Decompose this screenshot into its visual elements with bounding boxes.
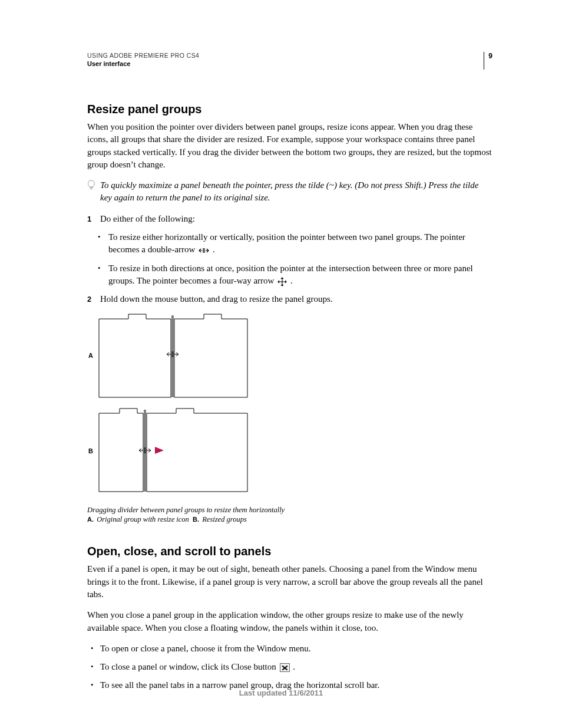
four-way-arrow-icon <box>277 277 287 286</box>
step-item: 1 Do either of the following: <box>87 213 492 225</box>
footer-last-updated: Last updated 11/6/2011 <box>0 689 562 697</box>
tip-text: To quickly maximize a panel beneath the … <box>100 179 492 205</box>
step-number: 1 <box>87 214 91 225</box>
step-number: 2 <box>87 294 91 305</box>
list-item: To open or close a panel, choose it from… <box>87 643 492 655</box>
step-item: 2 Hold down the mouse button, and drag t… <box>87 293 492 305</box>
close-icon <box>280 663 290 672</box>
list-item: To close a panel or window, click its Cl… <box>87 661 492 673</box>
paragraph: When you close a panel group in the appl… <box>87 609 492 634</box>
page-number: 9 <box>488 52 492 60</box>
lightbulb-icon <box>87 180 95 192</box>
heading-resize-panel-groups: Resize panel groups <box>87 103 492 116</box>
figure-resize-panels: A B D <box>87 312 492 525</box>
horizontal-resize-arrow-icon <box>199 248 209 253</box>
header-divider <box>484 52 484 70</box>
list-item: To resize either horizontally or vertica… <box>87 231 492 256</box>
figure-caption: Dragging divider between panel groups to… <box>87 505 492 525</box>
paragraph: Even if a panel is open, it may be out o… <box>87 563 492 601</box>
figure-label-a: A <box>88 352 93 359</box>
step-text: Hold down the mouse button, and drag to … <box>100 294 333 304</box>
step-text: Do either of the following: <box>100 214 195 223</box>
figure-label-b: B <box>88 447 93 454</box>
paragraph: When you position the pointer over divid… <box>87 121 492 171</box>
running-header-title: USING ADOBE PREMIERE PRO CS4 <box>87 52 492 59</box>
list-item: To resize in both directions at once, po… <box>87 262 492 288</box>
tip-block: To quickly maximize a panel beneath the … <box>87 179 492 205</box>
running-header-section: User interface <box>87 60 492 67</box>
heading-open-close-scroll: Open, close, and scroll to panels <box>87 545 492 558</box>
